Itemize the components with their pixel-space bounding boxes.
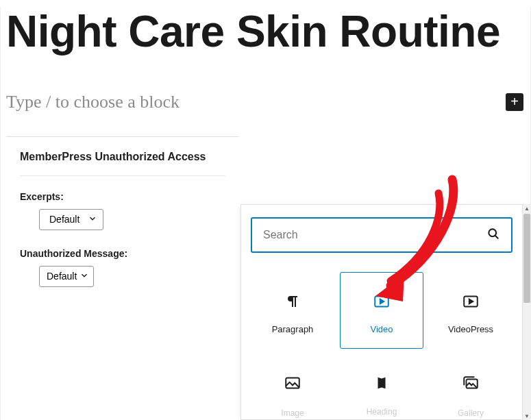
unauth-field: Unauthorized Message: Default <box>20 248 225 287</box>
block-search-input[interactable] <box>263 229 453 241</box>
block-gallery[interactable]: Gallery <box>429 368 513 420</box>
unauth-label: Unauthorized Message: <box>20 248 225 259</box>
scroll-down-arrow[interactable]: ▼ <box>523 412 531 420</box>
block-placeholder[interactable]: Type / to choose a block <box>6 92 180 112</box>
add-block-button[interactable]: + <box>506 93 523 111</box>
svg-marker-5 <box>469 299 473 304</box>
block-label: Gallery <box>458 408 484 418</box>
image-icon <box>284 374 301 392</box>
block-label: VideoPress <box>448 324 493 334</box>
videopress-icon <box>462 291 480 312</box>
block-video[interactable]: Video <box>340 272 423 349</box>
scrollbar[interactable]: ▲ ▼ <box>523 204 531 420</box>
excerpts-label: Excerpts: <box>20 191 225 202</box>
block-label: Video <box>370 324 393 334</box>
heading-icon <box>374 375 389 391</box>
block-search[interactable] <box>251 217 513 253</box>
scrollbar-thumb[interactable] <box>523 214 530 303</box>
gallery-icon <box>462 374 480 392</box>
unauth-value: Default <box>47 271 77 282</box>
block-label: Paragraph <box>272 324 314 334</box>
block-label: Image <box>281 408 304 418</box>
new-block-row: Type / to choose a block + <box>6 92 525 112</box>
block-paragraph[interactable]: Paragraph <box>251 272 334 349</box>
search-icon <box>486 227 500 243</box>
svg-rect-6 <box>286 378 299 388</box>
excerpts-value: Default <box>49 214 79 225</box>
paragraph-icon <box>284 291 301 312</box>
block-inserter-popover: Paragraph Video VideoPress Image He <box>240 204 523 420</box>
block-image[interactable]: Image <box>251 368 334 420</box>
block-videopress[interactable]: VideoPress <box>429 272 513 349</box>
excerpts-select[interactable]: Default <box>39 209 103 230</box>
chevron-down-icon <box>79 271 89 282</box>
scroll-up-arrow[interactable]: ▲ <box>523 204 531 212</box>
block-grid-row2: Image Heading Gallery <box>251 368 513 420</box>
excerpts-field: Excerpts: Default <box>20 191 225 230</box>
plus-icon: + <box>510 94 519 110</box>
chevron-down-icon <box>88 214 97 225</box>
panel-header: MemberPress Unauthorized Access <box>20 151 225 176</box>
block-heading[interactable]: Heading <box>340 368 423 420</box>
unauth-select[interactable]: Default <box>39 266 94 287</box>
block-grid: Paragraph Video VideoPress <box>251 272 513 349</box>
post-title[interactable]: Night Care Skin Routine <box>6 7 525 58</box>
svg-line-1 <box>495 236 498 238</box>
block-label: Heading <box>367 407 397 417</box>
svg-marker-3 <box>380 299 384 304</box>
video-icon <box>373 291 391 312</box>
memberpress-panel: MemberPress Unauthorized Access Excerpts… <box>6 136 239 319</box>
